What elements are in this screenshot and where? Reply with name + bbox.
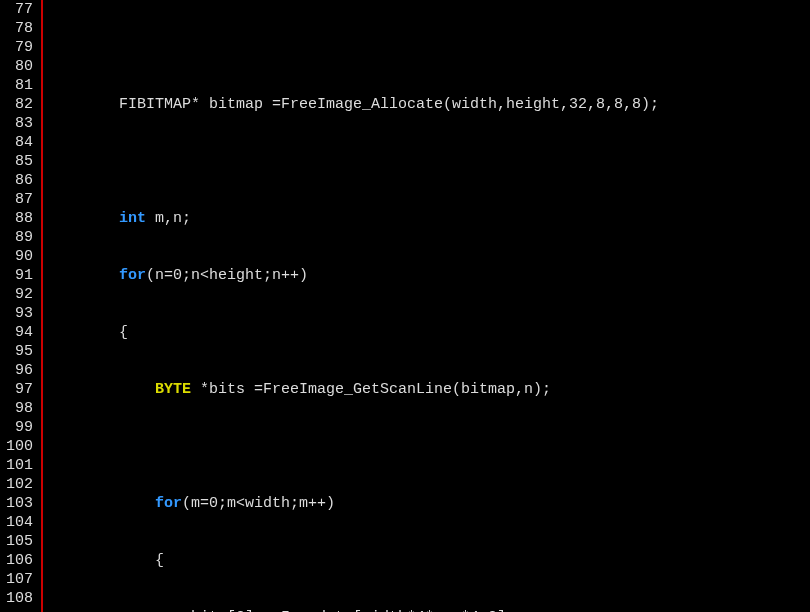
line-number: 88 xyxy=(6,209,33,228)
code-text: { xyxy=(47,552,164,569)
line-number: 99 xyxy=(6,418,33,437)
line-number: 85 xyxy=(6,152,33,171)
line-number: 104 xyxy=(6,513,33,532)
line-number: 106 xyxy=(6,551,33,570)
code-text xyxy=(47,267,119,284)
code-text xyxy=(47,495,155,512)
keyword-int: int xyxy=(119,210,146,227)
line-number: 91 xyxy=(6,266,33,285)
code-line: FIBITMAP* bitmap =FreeImage_Allocate(wid… xyxy=(47,95,810,114)
line-number: 77 xyxy=(6,0,33,19)
line-number: 102 xyxy=(6,475,33,494)
line-number: 92 xyxy=(6,285,33,304)
line-number: 94 xyxy=(6,323,33,342)
code-text xyxy=(47,210,119,227)
code-line: int m,n; xyxy=(47,209,810,228)
code-text: { xyxy=(47,324,128,341)
line-number: 107 xyxy=(6,570,33,589)
line-number: 93 xyxy=(6,304,33,323)
line-number: 80 xyxy=(6,57,33,76)
line-number: 79 xyxy=(6,38,33,57)
line-number: 97 xyxy=(6,380,33,399)
code-text xyxy=(47,381,155,398)
keyword-for: for xyxy=(155,495,182,512)
line-number: 83 xyxy=(6,114,33,133)
code-line: { xyxy=(47,323,810,342)
line-number: 96 xyxy=(6,361,33,380)
code-text: FIBITMAP* bitmap =FreeImage_Allocate(wid… xyxy=(47,96,659,113)
line-number: 100 xyxy=(6,437,33,456)
line-number: 89 xyxy=(6,228,33,247)
code-area[interactable]: FIBITMAP* bitmap =FreeImage_Allocate(wid… xyxy=(43,0,810,612)
code-line: bits[2] = Img_data[width*4*n+m*4+0]; xyxy=(47,608,810,612)
line-number: 82 xyxy=(6,95,33,114)
code-line xyxy=(47,152,810,171)
line-number: 90 xyxy=(6,247,33,266)
code-text: (n=0;n<height;n++) xyxy=(146,267,308,284)
code-text: *bits =FreeImage_GetScanLine(bitmap,n); xyxy=(191,381,551,398)
line-number: 78 xyxy=(6,19,33,38)
line-number: 101 xyxy=(6,456,33,475)
line-number: 84 xyxy=(6,133,33,152)
code-editor: 7778798081828384858687888990919293949596… xyxy=(0,0,810,612)
line-number: 108 xyxy=(6,589,33,608)
keyword-for: for xyxy=(119,267,146,284)
line-number: 98 xyxy=(6,399,33,418)
line-number: 105 xyxy=(6,532,33,551)
line-number-gutter: 7778798081828384858687888990919293949596… xyxy=(0,0,43,612)
line-number: 81 xyxy=(6,76,33,95)
line-number: 103 xyxy=(6,494,33,513)
type-byte: BYTE xyxy=(155,381,191,398)
code-line: { xyxy=(47,551,810,570)
line-number: 86 xyxy=(6,171,33,190)
code-line xyxy=(47,437,810,456)
code-line: for(m=0;m<width;m++) xyxy=(47,494,810,513)
code-line: BYTE *bits =FreeImage_GetScanLine(bitmap… xyxy=(47,380,810,399)
code-text: m,n; xyxy=(146,210,191,227)
line-number: 87 xyxy=(6,190,33,209)
line-number: 95 xyxy=(6,342,33,361)
code-text: (m=0;m<width;m++) xyxy=(182,495,335,512)
code-line xyxy=(47,38,810,57)
code-line: for(n=0;n<height;n++) xyxy=(47,266,810,285)
